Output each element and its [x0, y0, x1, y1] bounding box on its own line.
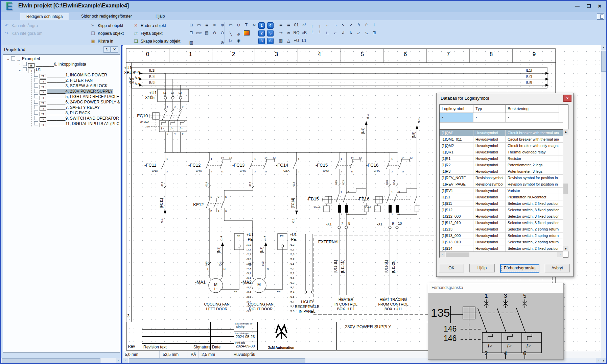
symbol-tool-icon[interactable]: └ [308, 29, 316, 36]
table-vertical-scrollbar[interactable]: ▲ ▼ [563, 129, 568, 251]
tree-expander-icon[interactable]: › [17, 62, 22, 67]
table-row[interactable]: [1]REV_NOTERevisionssymbolRevision symbo… [440, 175, 563, 181]
draw-tool-icon[interactable]: ⌀ [235, 31, 242, 38]
symbol-tool-icon[interactable]: ↘ [363, 29, 370, 36]
canvas-vertical-scrollbar[interactable]: ▲ ▼ [601, 45, 606, 363]
symbol-tool-icon[interactable]: ⌐ [324, 22, 331, 28]
filter-input[interactable]: × [473, 113, 506, 122]
phase-4-button[interactable]: 4 [267, 22, 274, 29]
tree-item[interactable]: TT________11, DIGITAL INPUTS A1 (PLC) [3, 121, 120, 126]
phase-1-button[interactable]: 1 [258, 22, 265, 29]
scrollbar-thumb[interactable] [446, 252, 469, 257]
close-panel-icon[interactable]: ✕ [111, 46, 118, 53]
close-button[interactable]: ✕ [595, 2, 604, 10]
symbol-tool-icon[interactable]: ✛ [371, 22, 378, 28]
tree-item[interactable]: TT________2, FILTER FAN [3, 78, 120, 83]
column-header-logiksymbol[interactable]: Logiksymbol [440, 105, 473, 113]
tree-item[interactable]: ⌄IIU1 [3, 67, 120, 72]
phase-2-button[interactable]: 2 [258, 30, 265, 37]
scroll-left-icon[interactable]: ‹ [123, 358, 128, 363]
tree-checkbox[interactable] [34, 73, 38, 77]
symbol-tool-icon[interactable]: ○B [301, 29, 308, 36]
symbol-tool-icon[interactable]: ≣ [285, 22, 292, 28]
draw-tool-icon[interactable] [244, 30, 250, 35]
tree-item[interactable]: TT________5, LIGHT AND RECEPTACLE OUT [3, 94, 120, 99]
preview-button[interactable]: Förhandsgranska [500, 264, 539, 273]
table-row[interactable]: [1]S1HuvudsymbolPushbutton NO-contact [440, 194, 563, 200]
draw-tool-icon[interactable]: ▷ [227, 37, 234, 44]
table-row[interactable]: [1]S13_000HuvudsymbolSelector switch, 2 … [440, 233, 563, 239]
scroll-down-icon[interactable]: ▼ [563, 246, 568, 251]
dialog-close-icon[interactable]: x [563, 95, 571, 102]
tab-sidor-och-redigeringsfonster[interactable]: Sidor och redigeringsfönster [75, 13, 138, 20]
panel-toggle-icon[interactable] [597, 14, 604, 20]
tree-checkbox[interactable] [11, 56, 15, 60]
view-tool-icon[interactable]: ⊙ [211, 29, 218, 36]
symbol-tool-icon[interactable]: ┘ [316, 29, 323, 36]
view-tool-icon[interactable]: ESC [195, 30, 203, 37]
table-row[interactable]: [1]QM1HuvudsymbolCircuit breaker with th… [440, 130, 563, 136]
tree-checkbox[interactable] [23, 67, 27, 71]
draw-tool-icon[interactable]: ⊙ [235, 22, 242, 28]
paste-button[interactable]: ▣Klistra in [90, 37, 124, 45]
scroll-left-icon[interactable]: ‹ [440, 252, 445, 257]
filter-input[interactable]: × [506, 113, 559, 122]
table-row[interactable]: [1]S12_010HuvudsymbolSelector switch, 3 … [440, 220, 563, 226]
table-row[interactable]: [1]RV1HuvudsymbolVaristor [440, 188, 563, 194]
symbol-tool-icon[interactable]: ∟ [324, 29, 331, 36]
table-horizontal-scrollbar[interactable]: ‹ › [440, 251, 563, 258]
view-tool-icon[interactable]: ⊡ [188, 22, 195, 28]
scroll-right-icon[interactable]: › [116, 358, 121, 363]
cancel-button[interactable]: Avbryt [545, 264, 570, 272]
scroll-up-icon[interactable]: ▲ [601, 45, 606, 50]
tree-expander-icon[interactable]: ⌄ [17, 67, 22, 72]
scroll-down-icon[interactable]: ▼ [601, 358, 606, 363]
tree-checkbox[interactable] [34, 105, 38, 109]
symbol-tool-icon[interactable]: ×¹ [301, 22, 308, 28]
ok-button[interactable]: OK [439, 264, 464, 272]
tree-item[interactable]: TT________3, SCREW & AIRLOCK [3, 83, 120, 89]
symbol-tool-icon[interactable]: RQ [293, 29, 300, 36]
table-row[interactable]: [1]QM1_011HuvudsymbolCircuit breaker wit… [440, 136, 563, 143]
symbol-tool-icon[interactable]: ▦ [277, 37, 284, 44]
delete-button[interactable]: ✕Radera objekt [133, 22, 180, 29]
table-row[interactable]: [1]S12HuvudsymbolSelector switch, 3 fixe… [440, 207, 563, 213]
tree-item[interactable]: TT________4, 230V POWER SUPPLY [3, 89, 120, 94]
view-tool-icon[interactable]: ⊟ [188, 29, 195, 36]
symbol-tool-icon[interactable]: ┌ [308, 22, 316, 28]
symbol-tool-icon[interactable]: ↳ [347, 29, 354, 36]
scrollbar-thumb[interactable] [601, 51, 607, 72]
scrollbar-thumb[interactable] [563, 184, 568, 194]
symbol-tool-icon[interactable]: △ [285, 37, 292, 44]
symbol-tool-icon[interactable]: ↲ [340, 29, 347, 36]
duplicate-button[interactable]: ❏Skapa kopia av objekt [133, 37, 180, 45]
table-row[interactable]: [1]S13_010HuvudsymbolSelector switch, 2 … [440, 239, 563, 245]
table-row[interactable]: [1]REV_PAGERevisionssymbolRevision symbo… [440, 181, 563, 188]
tree-checkbox[interactable] [34, 121, 38, 125]
draw-tool-icon[interactable]: ╲ [227, 31, 234, 38]
help-button[interactable]: Hjälp [469, 264, 495, 272]
symbol-tool-icon[interactable]: ↗ [347, 22, 354, 28]
phase-5-button[interactable]: 5 [267, 30, 274, 37]
tree-horizontal-scrollbar[interactable]: › [1, 358, 121, 363]
tree-checkbox[interactable] [23, 62, 27, 66]
draw-tool-icon[interactable]: ◉ [235, 37, 242, 44]
tree-checkbox[interactable] [34, 94, 38, 98]
tab-redigera-och-infoga[interactable]: Redigera och infoga [20, 13, 69, 20]
table-row[interactable]: [1]S13HuvudsymbolSelector switch, 2 spri… [440, 226, 563, 233]
view-tool-icon[interactable]: ▭ [195, 22, 203, 28]
view-tool-icon[interactable]: ⌗ [211, 22, 218, 28]
tree-item[interactable]: ⌄→Example4 [3, 56, 120, 62]
tree-item[interactable]: TT________1, INCOMING POWER [3, 72, 120, 78]
copy-button[interactable]: ❏Kopiera objekt [90, 29, 124, 37]
symbol-tool-icon[interactable]: ⌐ [332, 29, 339, 36]
symbol-tool-icon[interactable]: +U [293, 37, 300, 44]
symbol-tool-icon[interactable]: ⊞ [371, 29, 378, 36]
tree-expander-icon[interactable]: ⌄ [6, 56, 10, 62]
tree-checkbox[interactable] [34, 116, 38, 120]
table-row[interactable]: [1]QR1HuvudsymbolThermal overload relay [440, 149, 563, 155]
table-row[interactable]: [1]R1HuvudsymbolResistor [440, 155, 563, 162]
tree-item[interactable]: TT________9, SWITCH AND OPERATOR PANEL [3, 116, 120, 121]
tree-checkbox[interactable] [34, 111, 38, 115]
column-header-typ[interactable]: Typ [473, 105, 506, 113]
